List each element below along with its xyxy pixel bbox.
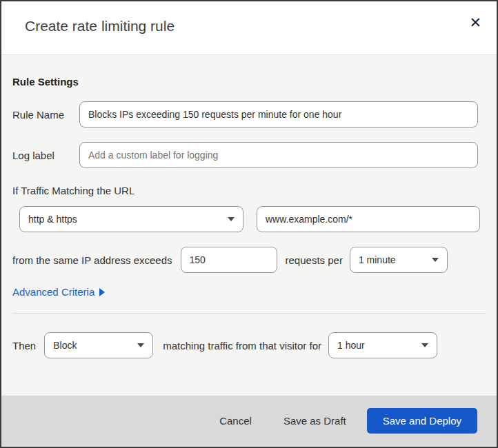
chevron-down-icon [421,343,428,347]
log-label-label: Log label [12,150,79,161]
url-match-row: http & https [12,206,486,232]
save-as-draft-button[interactable]: Save as Draft [283,415,346,427]
rule-name-input[interactable] [79,101,478,128]
threshold-prefix-text: from the same IP address exceeds [12,254,172,266]
chevron-down-icon [137,343,144,347]
traffic-match-heading: If Traffic Matching the URL [12,185,486,196]
action-select[interactable]: Block [44,332,153,358]
section-divider [12,313,486,314]
period-select[interactable]: 1 minute [350,247,448,273]
chevron-down-icon [228,217,235,221]
action-select-value: Block [53,340,77,351]
arrow-right-icon [99,288,105,296]
modal-body: Rule Settings Rule Name Log label If Tra… [1,55,497,396]
log-label-input[interactable] [79,142,478,168]
threshold-row: from the same IP address exceeds request… [12,247,486,273]
action-middle-text: matching traffic from that visitor for [163,340,321,352]
cancel-button[interactable]: Cancel [219,415,252,427]
section-heading-rule-settings: Rule Settings [12,55,486,88]
threshold-middle-text: requests per [286,254,343,266]
url-pattern-input[interactable] [257,206,480,232]
advanced-criteria-label: Advanced Criteria [12,286,94,298]
modal-footer: Cancel Save as Draft Save and Deploy [1,396,497,446]
advanced-criteria-link[interactable]: Advanced Criteria [12,286,105,298]
request-count-input[interactable] [181,247,277,273]
action-row: Then Block matching traffic from that vi… [12,332,486,358]
rule-name-label: Rule Name [12,109,79,121]
action-prefix-text: Then [12,340,36,352]
scheme-select[interactable]: http & https [19,206,243,232]
duration-select-value: 1 hour [337,340,365,351]
modal-header: Create rate limiting rule ✕ [1,1,497,55]
rate-limit-modal: Create rate limiting rule ✕ Rule Setting… [0,0,498,448]
chevron-down-icon [432,258,439,262]
rule-name-row: Rule Name [12,101,486,128]
modal-title: Create rate limiting rule [25,18,175,34]
save-and-deploy-button[interactable]: Save and Deploy [367,408,477,434]
close-icon[interactable]: ✕ [465,11,486,34]
scheme-select-value: http & https [28,214,77,225]
duration-select[interactable]: 1 hour [328,332,437,358]
period-select-value: 1 minute [359,254,396,265]
log-label-row: Log label [12,142,486,168]
